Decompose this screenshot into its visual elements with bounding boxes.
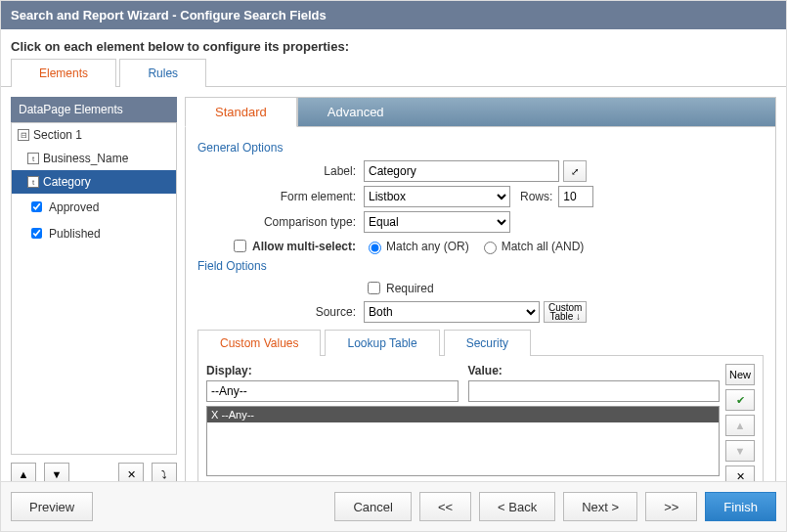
tree-item-business-name[interactable]: t Business_Name (12, 147, 176, 170)
general-options-header: General Options (197, 141, 764, 155)
cancel-button[interactable]: Cancel (334, 492, 411, 521)
finish-button[interactable]: Finish (705, 492, 776, 521)
tree-item-approved[interactable]: Approved (12, 194, 176, 220)
new-value-button[interactable]: New (725, 364, 755, 385)
back-button[interactable]: < Back (479, 492, 555, 521)
field-options-header: Field Options (197, 259, 764, 273)
tree-label: Section 1 (33, 128, 82, 142)
comparison-type-select[interactable]: Equal (364, 211, 510, 233)
elements-tree[interactable]: ⊟ Section 1 t Business_Name t Category A… (11, 122, 177, 455)
tree-item-published[interactable]: Published (12, 220, 176, 246)
checkbox-icon (31, 201, 42, 212)
allow-multiselect-checkbox[interactable] (234, 240, 246, 252)
display-header: Display: (206, 364, 459, 377)
tab-rules[interactable]: Rules (119, 59, 206, 87)
match-all-lbl: Match all (AND) (502, 240, 585, 253)
tree-item-section[interactable]: ⊟ Section 1 (12, 123, 176, 147)
last-button[interactable]: >> (645, 492, 697, 521)
tab-advanced[interactable]: Advanced (297, 97, 776, 127)
wizard-title: Search and Report Wizard - Configure Sea… (1, 1, 786, 29)
tree-label: Published (49, 227, 101, 241)
required-lbl: Required (386, 282, 434, 295)
source-select[interactable]: Both (364, 301, 540, 323)
checkbox-icon (31, 228, 42, 239)
tree-label: Business_Name (43, 152, 128, 165)
source-lbl: Source: (197, 305, 364, 319)
custom-table-button[interactable]: CustomTable ↓ (544, 301, 587, 323)
value-header: Value: (468, 364, 721, 377)
next-button[interactable]: Next > (563, 492, 637, 521)
subtab-custom-values[interactable]: Custom Values (197, 330, 321, 356)
label-picker-button[interactable]: ⤢ (563, 160, 587, 182)
subtab-lookup-table[interactable]: Lookup Table (325, 330, 439, 356)
confirm-value-button[interactable]: ✔ (725, 389, 755, 411)
values-listbox[interactable]: X --Any-- (206, 406, 720, 476)
form-element-lbl: Form element: (197, 190, 364, 203)
rows-input[interactable] (558, 186, 593, 207)
tree-item-category[interactable]: t Category (12, 170, 176, 194)
rows-lbl: Rows: (520, 190, 552, 203)
tree-label: Category (43, 175, 91, 189)
tab-standard[interactable]: Standard (185, 97, 297, 127)
tree-label: Approved (49, 200, 99, 214)
textfield-icon: t (27, 153, 39, 164)
value-input[interactable] (468, 380, 721, 402)
subtab-security[interactable]: Security (444, 330, 531, 356)
label-lbl: Label: (197, 164, 364, 178)
form-element-select[interactable]: Listbox (364, 186, 510, 207)
allow-multiselect-lbl: Allow multi-select: (252, 240, 356, 253)
instruction-text: Click on each element below to configure… (1, 29, 786, 58)
comparison-type-lbl: Comparison type: (197, 215, 364, 229)
preview-button[interactable]: Preview (11, 492, 93, 521)
value-move-up-button[interactable]: ▲ (725, 415, 755, 436)
list-item[interactable]: X --Any-- (207, 407, 719, 422)
required-checkbox[interactable] (368, 282, 380, 294)
textfield-icon: t (27, 176, 39, 188)
match-all-radio[interactable] (484, 242, 497, 254)
left-panel-header: DataPage Elements (11, 97, 177, 122)
match-any-radio[interactable] (369, 242, 381, 254)
match-any-lbl: Match any (OR) (386, 240, 469, 253)
section-icon: ⊟ (18, 129, 29, 141)
tab-elements[interactable]: Elements (11, 59, 116, 87)
value-move-down-button[interactable]: ▼ (725, 440, 755, 462)
label-input[interactable] (364, 160, 559, 182)
display-input[interactable] (206, 380, 459, 402)
first-button[interactable]: << (419, 492, 471, 521)
